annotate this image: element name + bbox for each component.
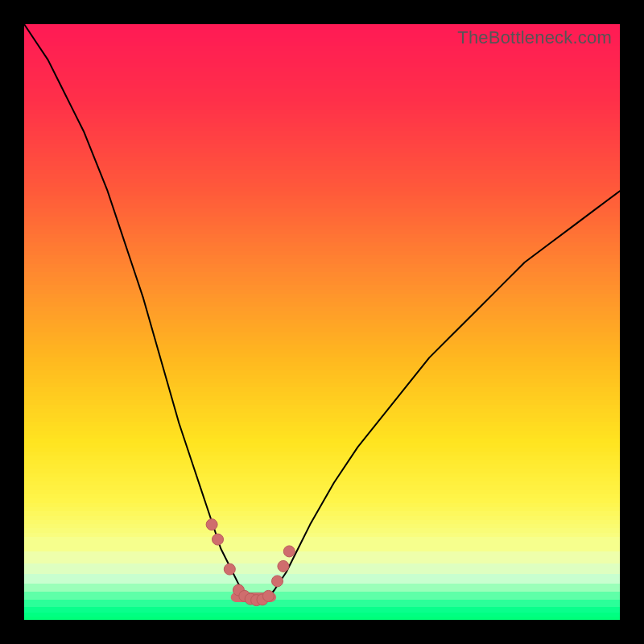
watermark-text: TheBottleneck.com [457,27,612,48]
curve-marker [278,560,289,572]
curve-marker [262,590,274,601]
plot-area: TheBottleneck.com [24,24,620,620]
chart-overlay [24,24,620,620]
curve-marker [272,576,283,587]
bottleneck-curve [24,24,620,601]
curve-marker [283,546,295,557]
curve-marker [206,519,217,530]
curve-marker [224,564,235,575]
curve-marker [213,534,224,545]
outer-frame: TheBottleneck.com [0,0,644,644]
